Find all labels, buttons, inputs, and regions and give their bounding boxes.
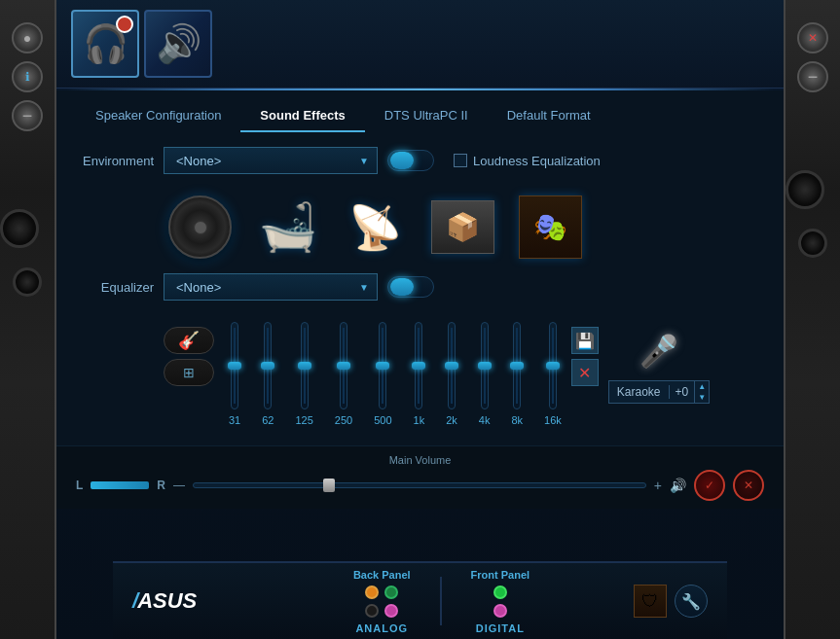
slider-thumb <box>546 362 560 370</box>
eq-slider-4k[interactable] <box>481 322 489 409</box>
karaoke-up-arrow[interactable]: ▲ <box>695 381 709 392</box>
environment-dropdown[interactable]: <None> ▼ <box>164 147 378 174</box>
shield-icon: 🛡 <box>641 591 659 612</box>
slider-thumb <box>261 362 274 370</box>
slider-thumb <box>228 362 241 370</box>
eq-slider-1k[interactable] <box>415 322 422 409</box>
loudness-eq-checkbox[interactable] <box>454 154 467 167</box>
karaoke-label: Karaoke <box>609 385 670 399</box>
side-right-btn2[interactable]: − <box>797 61 828 92</box>
speaker-icon-btn[interactable]: 🔊 <box>144 10 212 78</box>
effect-stage[interactable]: 📦 <box>426 195 499 259</box>
port-black[interactable] <box>365 604 379 618</box>
side-right-btn1[interactable]: ✕ <box>797 22 828 53</box>
main-content: 🎧 🔊 Speaker Configuration Sound Effects … <box>56 0 784 639</box>
eq-slider-16k[interactable] <box>549 322 557 409</box>
bottom-bar: / ASUS Back Panel ANALOG <box>113 561 727 639</box>
tab-dts-ultrapc[interactable]: DTS UltraPC II <box>365 100 488 132</box>
environment-toggle[interactable] <box>387 150 434 171</box>
vol-cancel-btn[interactable]: ✕ <box>733 470 764 501</box>
volume-right-label: R <box>157 479 165 492</box>
eq-controls: 🎸 ⊞ <box>164 322 214 386</box>
port-pink[interactable] <box>384 604 398 618</box>
eq-sliders: 31 62 125 <box>229 322 562 431</box>
volume-left-bar <box>91 481 149 489</box>
right-speaker-decor <box>785 170 824 209</box>
eq-freq-label-125: 125 <box>296 414 313 426</box>
effect-theater[interactable]: 🎭 <box>514 195 587 259</box>
side-left-btn3[interactable]: − <box>12 100 43 131</box>
karaoke-down-arrow[interactable]: ▼ <box>695 392 709 403</box>
eq-slider-62[interactable] <box>264 322 272 409</box>
eq-slider-2k[interactable] <box>448 322 456 409</box>
eq-band-62: 62 <box>262 322 274 426</box>
slider-thumb <box>337 362 350 370</box>
effect-satellite[interactable]: 📡 <box>339 195 412 259</box>
eq-band-4k: 4k <box>479 322 491 426</box>
eq-freq-label-250: 250 <box>335 414 352 426</box>
front-port-pink[interactable] <box>493 604 507 618</box>
checkmark-icon: ✓ <box>705 479 714 492</box>
bottom-shield-btn[interactable]: 🛡 <box>634 585 667 618</box>
volume-buttons: ✓ ✕ <box>694 470 764 501</box>
back-panel-ports <box>365 586 398 599</box>
karaoke-spinbox[interactable]: ▲ ▼ <box>694 381 709 403</box>
eq-band-250: 250 <box>335 322 352 426</box>
eq-slider-125[interactable] <box>301 322 309 409</box>
environment-label: Environment <box>76 154 154 168</box>
eq-slider-31[interactable] <box>231 322 238 409</box>
guitar-icon: 🎸 <box>178 330 200 351</box>
slider-thumb <box>298 362 311 370</box>
front-panel-ports <box>493 586 507 599</box>
side-left-btn1[interactable]: ● <box>12 22 43 53</box>
front-panel-label: Front Panel <box>471 569 530 581</box>
vol-check-btn[interactable]: ✓ <box>694 470 725 501</box>
eq-grid-btn[interactable]: ⊞ <box>164 359 214 386</box>
loudness-eq-area: Loudness Equalization <box>454 154 601 168</box>
back-panel-ports2 <box>365 604 398 618</box>
top-icon-bar: 🎧 🔊 <box>56 0 784 89</box>
eq-toggle-knob <box>390 278 414 296</box>
volume-row: L R — + 🔊 ✓ ✕ <box>76 470 764 501</box>
eq-band-8k: 8k <box>511 322 523 426</box>
main-volume-slider[interactable] <box>193 482 646 488</box>
volume-label: Main Volume <box>76 454 764 466</box>
effect-vinyl[interactable] <box>164 195 237 259</box>
equalizer-toggle[interactable] <box>387 276 434 298</box>
theater-icon: 🎭 <box>519 195 582 259</box>
delete-icon: ✕ <box>578 364 591 382</box>
back-panel-group: Back Panel ANALOG <box>353 569 411 634</box>
environment-dropdown-value: <None> <box>176 154 221 168</box>
side-left-btn2[interactable]: ℹ <box>12 61 43 92</box>
eq-guitar-btn[interactable]: 🎸 <box>164 327 214 354</box>
asus-logo-area: / ASUS <box>132 588 249 614</box>
eq-band-500: 500 <box>374 322 391 426</box>
eq-delete-btn[interactable]: ✕ <box>571 359 599 386</box>
eq-save-btn[interactable]: 💾 <box>571 327 599 354</box>
tab-default-format[interactable]: Default Format <box>488 100 610 132</box>
port-orange[interactable] <box>365 586 379 599</box>
tab-speaker-config[interactable]: Speaker Configuration <box>76 100 240 132</box>
effect-bathtub[interactable]: 🛁 <box>251 195 324 259</box>
equalizer-dropdown-value: <None> <box>176 280 221 295</box>
eq-band-1k: 1k <box>414 322 425 426</box>
eq-freq-label-31: 31 <box>229 414 240 426</box>
tab-bar: Speaker Configuration Sound Effects DTS … <box>56 90 784 132</box>
bottom-settings-btn[interactable]: 🔧 <box>675 585 708 618</box>
eq-slider-500[interactable] <box>379 322 386 409</box>
satellite-icon: 📡 <box>348 202 402 253</box>
port-green[interactable] <box>384 586 398 599</box>
tab-sound-effects[interactable]: Sound Effects <box>240 100 364 132</box>
front-port-green[interactable] <box>493 586 507 599</box>
environment-row: Environment <None> ▼ Loudness Equalizati… <box>76 147 764 174</box>
karaoke-box: 🎤 Karaoke +0 ▲ ▼ <box>608 322 710 404</box>
slider-thumb <box>510 362 524 370</box>
left-panel: ● ℹ − <box>0 0 56 639</box>
bathtub-icon: 🛁 <box>259 200 317 255</box>
eq-slider-8k[interactable] <box>513 322 521 409</box>
equalizer-dropdown[interactable]: <None> ▼ <box>164 273 378 301</box>
headphone-icon-btn[interactable]: 🎧 <box>71 10 139 78</box>
speaker-icon: 🔊 <box>156 22 201 65</box>
volume-left-label: L <box>76 479 83 492</box>
eq-slider-250[interactable] <box>340 322 347 409</box>
